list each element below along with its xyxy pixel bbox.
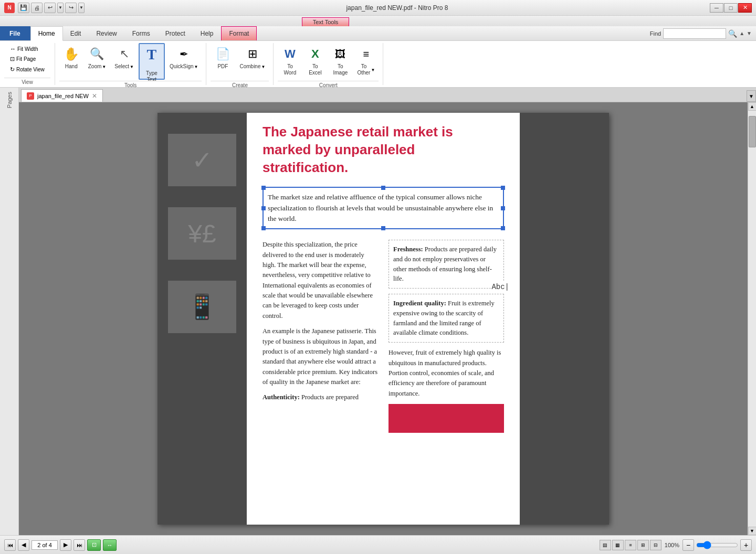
find-search-icon[interactable]: 🔍	[728, 29, 737, 38]
handle-ml[interactable]	[261, 206, 266, 210]
tab-edit[interactable]: Edit	[63, 26, 89, 40]
fit-page-button[interactable]: ⊡ Fit Page	[6, 54, 48, 64]
pdf-columns: Despite this specialization, the price d…	[262, 240, 504, 433]
doc-tab-close[interactable]: ✕	[92, 92, 97, 100]
tab-home[interactable]: Home	[30, 26, 63, 41]
doc-tab[interactable]: P japan_file_red NEW ✕	[21, 89, 103, 102]
pdf-col-right: Freshness: Products are prepared daily a…	[388, 240, 504, 433]
find-up-icon[interactable]: ▲	[739, 30, 744, 36]
view-spread2-btn[interactable]: ⊟	[650, 540, 662, 550]
nav-controls: ⏮ ◀ 2 of 4 ▶ ⏭ ⊡ ↔	[4, 539, 117, 551]
handle-tm[interactable]	[381, 186, 385, 190]
tab-protect[interactable]: Protect	[158, 26, 193, 40]
create-group-label: Create	[211, 81, 269, 88]
zoom-out-btn[interactable]: −	[682, 539, 694, 551]
text-box-selected[interactable]: The market size and relative affluence o…	[262, 187, 504, 229]
hand-button[interactable]: ✋ Hand	[59, 43, 83, 80]
fit-width-button[interactable]: ↔ Fit Width	[6, 44, 48, 54]
find-down-icon[interactable]: ▼	[747, 30, 752, 36]
tab-help[interactable]: Help	[193, 26, 222, 40]
view-scroll-btn[interactable]: ≡	[625, 540, 636, 550]
handle-bl[interactable]	[261, 226, 266, 230]
scroll-down-btn[interactable]: ▼	[748, 527, 757, 535]
view-double-btn[interactable]: ▦	[612, 540, 624, 550]
handle-br[interactable]	[501, 226, 505, 230]
pdf-scroll-area[interactable]: ✓ ¥£ 📱 The	[19, 102, 748, 535]
view-spread1-btn[interactable]: ⊞	[637, 540, 649, 550]
to-image-icon: 🖼	[332, 46, 349, 62]
tab-file[interactable]: File	[0, 26, 30, 40]
undo-dropdown[interactable]: ▼	[57, 3, 64, 13]
view-group-label: View	[4, 78, 50, 85]
pages-panel[interactable]: Pages	[0, 88, 19, 535]
pdf-button[interactable]: 📄 PDF	[211, 43, 235, 80]
pdf-label: PDF	[217, 63, 228, 70]
handle-tr[interactable]	[501, 186, 505, 190]
zoom-slider[interactable]	[696, 541, 738, 549]
zoom-label: Zoom	[88, 63, 102, 70]
nav-last-btn[interactable]: ⏭	[74, 539, 85, 551]
pdf-right-panel	[520, 113, 609, 525]
to-word-button[interactable]: W To Word	[278, 43, 302, 80]
close-button[interactable]: ✕	[738, 3, 752, 13]
combine-button[interactable]: ⊞ Combine ▼	[236, 43, 269, 80]
page-indicator[interactable]: 2 of 4	[32, 540, 58, 550]
view-single-btn[interactable]: ▤	[600, 540, 611, 550]
type-text-label: Type Text	[146, 64, 158, 83]
to-word-icon: W	[281, 46, 298, 62]
minimize-button[interactable]: ─	[710, 3, 723, 13]
tab-review[interactable]: Review	[89, 26, 124, 40]
tab-format[interactable]: Format	[221, 26, 257, 40]
ingredient-box: Ingredient quality: Fruit is extremely e…	[388, 294, 504, 343]
rotate-view-button[interactable]: ↻ Rotate View	[6, 65, 48, 74]
pages-label[interactable]: Pages	[6, 88, 13, 112]
redo-button[interactable]: ↪	[65, 3, 77, 13]
combine-label: Combine	[239, 63, 260, 70]
thumb-icon-2: ¥£	[188, 219, 216, 248]
authenticity-text: Authenticity: Products are prepared	[262, 392, 378, 402]
thumb-icon-3: 📱	[186, 292, 218, 322]
pdf-icon: 📄	[214, 46, 231, 62]
doc-tab-icon: P	[27, 92, 34, 100]
select-button[interactable]: ↖ Select ▼	[111, 43, 138, 80]
zoom-dropdown-icon[interactable]: ▼	[102, 65, 106, 69]
combine-dropdown[interactable]: ▼	[261, 65, 265, 69]
handle-tl[interactable]	[261, 186, 266, 190]
handle-bm[interactable]	[381, 226, 385, 230]
window-title: japan_file_red NEW.pdf - Nitro Pro 8	[346, 4, 448, 12]
find-input[interactable]	[663, 28, 726, 39]
tab-forms[interactable]: Forms	[125, 26, 158, 40]
to-excel-button[interactable]: X To Excel	[303, 43, 327, 80]
context-tab-text-tools[interactable]: Text Tools	[302, 17, 350, 26]
print-button[interactable]: 🖨	[31, 3, 43, 13]
tab-scroll-right[interactable]: ▼	[747, 90, 756, 102]
nav-fit-page-btn[interactable]: ⊡	[87, 539, 101, 551]
to-other-dropdown[interactable]: ▼	[371, 68, 375, 72]
abc-cursor: Abc|	[491, 282, 509, 293]
to-other-icon: ≡	[358, 46, 374, 62]
nav-prev-btn[interactable]: ◀	[18, 539, 29, 551]
left-col-text: Despite this specialization, the price d…	[262, 240, 378, 321]
redo-dropdown[interactable]: ▼	[78, 3, 85, 13]
nav-fit-width-btn[interactable]: ↔	[103, 539, 117, 551]
nav-next-btn[interactable]: ▶	[60, 539, 71, 551]
type-text-button[interactable]: T Type Text	[139, 43, 165, 80]
select-dropdown-icon[interactable]: ▼	[130, 65, 134, 69]
save-button[interactable]: 💾	[18, 3, 29, 13]
quick-sign-dropdown[interactable]: ▼	[194, 65, 198, 69]
maximize-button[interactable]: □	[724, 3, 738, 13]
zoom-in-btn[interactable]: +	[740, 539, 752, 551]
to-other-label: To Other	[357, 63, 370, 76]
to-other-button[interactable]: ≡ To Other ▼	[353, 43, 379, 80]
zoom-button[interactable]: 🔍 Zoom ▼	[85, 43, 110, 80]
scroll-up-btn[interactable]: ▲	[748, 102, 757, 111]
nav-first-btn[interactable]: ⏮	[4, 539, 16, 551]
quick-sign-button[interactable]: ✒ QuickSign ▼	[166, 43, 202, 80]
scroll-track[interactable]	[748, 111, 756, 527]
undo-button[interactable]: ↩	[44, 3, 56, 13]
scroll-thumb[interactable]	[749, 116, 756, 147]
tools-group: ✋ Hand 🔍 Zoom ▼ ↖ Select ▼	[55, 43, 207, 85]
to-excel-label: To Excel	[309, 63, 321, 76]
handle-mr[interactable]	[501, 206, 505, 210]
to-image-button[interactable]: 🖼 To Image	[328, 43, 352, 80]
